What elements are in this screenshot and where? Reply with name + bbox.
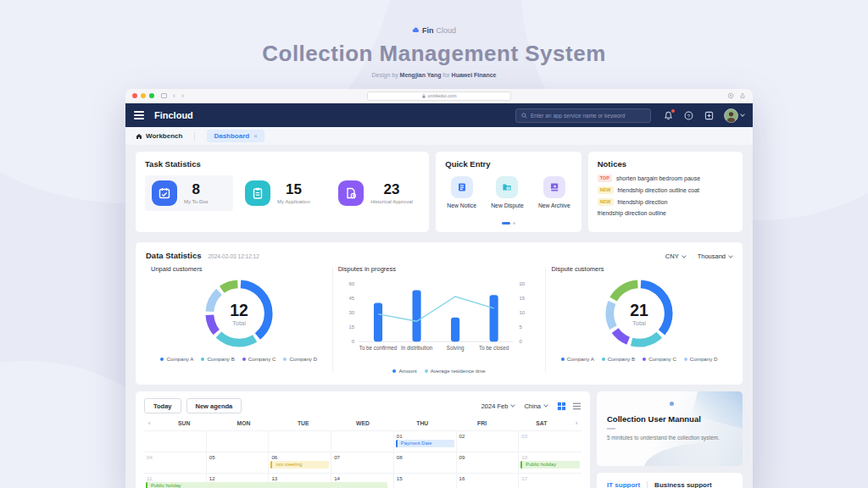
credit-prefix: Design by (372, 72, 398, 78)
left-axis-tick: 45 (348, 296, 354, 301)
task-stat-text: 15My Application (277, 182, 310, 204)
calendar-event[interactable]: Payment Date (396, 440, 454, 447)
calendar-cell[interactable]: 04 (144, 452, 207, 473)
quick-entry-label: New Archive (538, 202, 570, 208)
right-axis-tick: 10 (519, 310, 525, 315)
unit-select[interactable]: Thousand (698, 252, 732, 260)
apps-grid-icon[interactable] (704, 110, 715, 121)
region-select[interactable]: China (524, 402, 548, 410)
breadcrumb-workbench[interactable]: Workbench (136, 132, 182, 140)
search-box[interactable] (515, 108, 651, 123)
task-stat-todo[interactable]: 8My To-Dos (145, 175, 233, 211)
pager-dot[interactable] (513, 222, 515, 225)
weekday-label: WED (333, 420, 392, 426)
quick-entry-archive[interactable]: New Archive (538, 176, 570, 208)
calendar-event[interactable]: xxx meeting (270, 461, 329, 469)
brand-bold: Fin (422, 26, 434, 35)
calendar-cell[interactable]: 15 (394, 473, 457, 488)
divider (647, 481, 648, 488)
notice-item[interactable]: NEWfriendship direction (598, 198, 733, 206)
forward-button[interactable]: › (181, 92, 184, 100)
chevron-down-icon (543, 402, 548, 408)
legend-item: Company C (242, 356, 276, 362)
tab-it-support[interactable]: IT support (607, 481, 640, 488)
search-input[interactable] (531, 113, 645, 119)
notice-text: friendship direction (618, 199, 668, 205)
calendar-cell[interactable] (207, 430, 270, 452)
calendar-cell[interactable]: 17 (519, 473, 581, 488)
calendar-cell[interactable]: 06xxx meeting (269, 452, 331, 473)
left-axis-tick: 15 (348, 324, 354, 330)
user-avatar[interactable] (724, 108, 744, 123)
task-stat-value: 23 (370, 182, 413, 197)
disputes-in-progress-chart: Disputes in progress 01530456005101520To… (333, 265, 546, 374)
legend-item: Company A (561, 356, 594, 362)
currency-select[interactable]: CNY (665, 252, 686, 260)
window-controls[interactable] (132, 93, 154, 98)
calendar-cell[interactable]: 02 (457, 430, 520, 452)
calendar-event[interactable]: Public holiday (520, 461, 580, 469)
pager-dot-active[interactable] (502, 222, 510, 225)
legend-item: Amount (392, 368, 416, 374)
notifications-bell-icon[interactable] (663, 110, 674, 121)
calendar-day-number: 13 (271, 475, 328, 481)
minimize-window-button[interactable] (141, 93, 146, 98)
currency-value: CNY (665, 252, 679, 260)
dispute-icon (496, 176, 518, 198)
share-icon[interactable] (739, 92, 746, 99)
calendar-cell[interactable]: 10Public holiday (519, 452, 581, 473)
carousel-pager[interactable] (445, 222, 571, 225)
next-week-arrow[interactable]: › (571, 419, 581, 427)
calendar-cell[interactable]: 08 (394, 452, 457, 473)
page-title: Collection Management System (0, 41, 868, 67)
back-button[interactable]: ‹ (173, 92, 175, 100)
zoom-window-button[interactable] (149, 93, 154, 98)
weekday-label: FRI (452, 420, 511, 426)
chevron-down-icon (728, 253, 733, 258)
calendar-cell[interactable]: 11Public holiday (144, 473, 207, 488)
month-select[interactable]: 2024 Feb (481, 402, 515, 410)
task-stat-value: 15 (277, 182, 310, 197)
calendar-cell[interactable] (144, 430, 207, 452)
calendar-day-number: 03 (521, 433, 579, 439)
prev-week-arrow[interactable]: ‹ (144, 419, 154, 427)
notice-item[interactable]: NEWfriendship direction outline coat (598, 186, 733, 194)
manual-title: Collection User Mannual (607, 414, 732, 424)
quick-entry-dispute[interactable]: New Dispute (491, 176, 524, 208)
user-manual-card[interactable]: Collection User Mannual 5 minitutes to u… (597, 391, 743, 466)
grid-view-icon[interactable] (557, 402, 566, 411)
task-stat-application[interactable]: 15My Application (238, 175, 326, 211)
tab-business-support[interactable]: Business support (654, 481, 712, 488)
help-icon[interactable]: ? (683, 110, 694, 121)
calendar-cell[interactable]: 01Payment Date (394, 430, 457, 452)
calendar-cell[interactable]: 07 (331, 452, 394, 473)
calendar-cell[interactable]: 09 (457, 452, 520, 473)
tab-dashboard[interactable]: Dashboard × (207, 130, 264, 142)
address-bar[interactable]: untitledui.com (367, 92, 511, 101)
category-label: In distribution (401, 345, 433, 351)
donut-total-value: 21 (630, 301, 648, 319)
calendar-cell[interactable]: 05 (207, 452, 270, 473)
right-axis-tick: 15 (519, 296, 525, 301)
today-button[interactable]: Today (144, 398, 181, 413)
new-agenda-button[interactable]: New agenda (186, 398, 242, 413)
close-window-button[interactable] (132, 93, 137, 98)
sidebar-toggle-icon[interactable] (161, 93, 167, 98)
calendar-event[interactable]: Public holiday (146, 482, 387, 488)
calendar-cell[interactable]: 16 (457, 473, 520, 488)
menu-icon[interactable] (134, 111, 144, 119)
calendar-cell[interactable] (269, 430, 331, 452)
calendar-cell[interactable] (331, 430, 394, 452)
close-tab-icon[interactable]: × (253, 132, 258, 140)
notice-badge-new: NEW (598, 198, 614, 206)
task-stat-approval[interactable]: 23Historical Approval (331, 175, 420, 211)
notice-item[interactable]: TOPshorten bargain bedroom pause (598, 175, 733, 182)
shield-icon[interactable] (727, 92, 734, 99)
quick-entry-label: New Notice (447, 202, 476, 208)
calendar-cell[interactable]: 03 (519, 430, 581, 452)
list-view-icon[interactable] (572, 402, 581, 411)
notice-item[interactable]: friendship direction outline (598, 210, 733, 216)
legend-dot (242, 358, 246, 361)
manual-subtitle: 5 minitutes to understand the collection… (607, 435, 732, 441)
quick-entry-notice[interactable]: New Notice (447, 176, 476, 208)
